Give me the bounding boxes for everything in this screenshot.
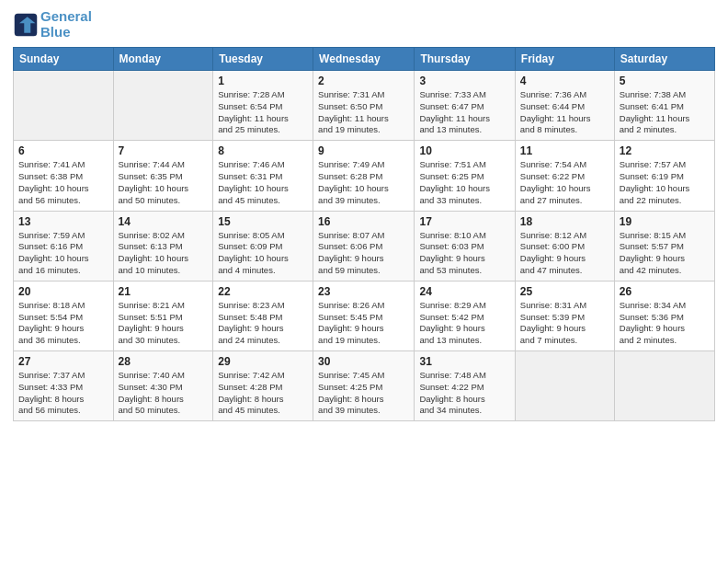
col-header-thursday: Thursday [415,48,515,71]
day-number: 19 [620,215,710,228]
day-info: Sunrise: 8:10 AM Sunset: 6:03 PM Dayligh… [419,230,509,277]
day-number: 29 [218,355,308,368]
day-number: 5 [620,75,710,87]
calendar-week-row: 6Sunrise: 7:41 AM Sunset: 6:38 PM Daylig… [14,141,715,211]
calendar-cell: 9Sunrise: 7:49 AM Sunset: 6:28 PM Daylig… [313,141,415,211]
day-info: Sunrise: 8:15 AM Sunset: 5:57 PM Dayligh… [620,230,710,277]
calendar-cell: 5Sunrise: 7:38 AM Sunset: 6:41 PM Daylig… [614,71,714,141]
calendar-week-row: 27Sunrise: 7:37 AM Sunset: 4:33 PM Dayli… [14,351,715,421]
day-info: Sunrise: 7:33 AM Sunset: 6:47 PM Dayligh… [419,89,509,136]
calendar-cell [614,351,714,421]
day-info: Sunrise: 8:31 AM Sunset: 5:39 PM Dayligh… [520,300,609,347]
day-info: Sunrise: 8:05 AM Sunset: 6:09 PM Dayligh… [218,230,308,277]
col-header-monday: Monday [113,48,213,71]
day-info: Sunrise: 7:41 AM Sunset: 6:38 PM Dayligh… [18,159,108,206]
day-number: 20 [18,285,108,298]
calendar-cell: 6Sunrise: 7:41 AM Sunset: 6:38 PM Daylig… [14,141,114,211]
day-info: Sunrise: 7:31 AM Sunset: 6:50 PM Dayligh… [318,89,409,136]
calendar-cell: 25Sunrise: 8:31 AM Sunset: 5:39 PM Dayli… [515,281,614,350]
day-info: Sunrise: 7:59 AM Sunset: 6:16 PM Dayligh… [18,230,108,277]
day-number: 6 [18,144,108,157]
calendar-cell: 23Sunrise: 8:26 AM Sunset: 5:45 PM Dayli… [313,281,415,350]
header: General Blue [13,9,715,40]
calendar-table: SundayMondayTuesdayWednesdayThursdayFrid… [13,47,715,421]
day-info: Sunrise: 7:45 AM Sunset: 4:25 PM Dayligh… [318,370,409,417]
calendar-cell: 30Sunrise: 7:45 AM Sunset: 4:25 PM Dayli… [313,351,415,421]
calendar-header-row: SundayMondayTuesdayWednesdayThursdayFrid… [14,48,715,71]
calendar-cell: 17Sunrise: 8:10 AM Sunset: 6:03 PM Dayli… [415,211,515,281]
day-number: 27 [18,355,108,368]
day-info: Sunrise: 7:48 AM Sunset: 4:22 PM Dayligh… [419,370,509,417]
calendar-cell: 4Sunrise: 7:36 AM Sunset: 6:44 PM Daylig… [515,71,614,141]
calendar-cell: 14Sunrise: 8:02 AM Sunset: 6:13 PM Dayli… [113,211,213,281]
day-info: Sunrise: 8:21 AM Sunset: 5:51 PM Dayligh… [119,300,209,347]
day-info: Sunrise: 7:38 AM Sunset: 6:41 PM Dayligh… [620,89,710,136]
day-number: 22 [218,285,308,298]
calendar-cell: 20Sunrise: 8:18 AM Sunset: 5:54 PM Dayli… [14,281,114,350]
calendar-cell: 22Sunrise: 8:23 AM Sunset: 5:48 PM Dayli… [213,281,313,350]
col-header-wednesday: Wednesday [313,48,415,71]
day-info: Sunrise: 7:37 AM Sunset: 4:33 PM Dayligh… [18,370,108,417]
day-info: Sunrise: 7:46 AM Sunset: 6:31 PM Dayligh… [218,159,308,206]
day-info: Sunrise: 7:44 AM Sunset: 6:35 PM Dayligh… [119,159,209,206]
calendar-cell: 18Sunrise: 8:12 AM Sunset: 6:00 PM Dayli… [515,211,614,281]
day-number: 23 [318,285,409,298]
day-info: Sunrise: 7:28 AM Sunset: 6:54 PM Dayligh… [218,89,308,136]
logo-icon [13,12,39,38]
calendar-week-row: 20Sunrise: 8:18 AM Sunset: 5:54 PM Dayli… [14,281,715,350]
day-number: 9 [318,144,409,157]
calendar-cell: 2Sunrise: 7:31 AM Sunset: 6:50 PM Daylig… [313,71,415,141]
calendar-cell: 11Sunrise: 7:54 AM Sunset: 6:22 PM Dayli… [515,141,614,211]
day-number: 12 [620,144,710,157]
calendar-cell: 3Sunrise: 7:33 AM Sunset: 6:47 PM Daylig… [415,71,515,141]
calendar-cell: 29Sunrise: 7:42 AM Sunset: 4:28 PM Dayli… [213,351,313,421]
day-info: Sunrise: 7:57 AM Sunset: 6:19 PM Dayligh… [620,159,710,206]
day-info: Sunrise: 8:23 AM Sunset: 5:48 PM Dayligh… [218,300,308,347]
day-number: 3 [419,75,509,87]
col-header-saturday: Saturday [614,48,714,71]
day-number: 13 [18,215,108,228]
calendar-cell: 28Sunrise: 7:40 AM Sunset: 4:30 PM Dayli… [113,351,213,421]
page: General Blue SundayMondayTuesdayWednesda… [0,0,728,563]
day-number: 14 [119,215,209,228]
calendar-cell: 12Sunrise: 7:57 AM Sunset: 6:19 PM Dayli… [614,141,714,211]
calendar-cell: 16Sunrise: 8:07 AM Sunset: 6:06 PM Dayli… [313,211,415,281]
day-number: 2 [318,75,409,87]
calendar-cell: 7Sunrise: 7:44 AM Sunset: 6:35 PM Daylig… [113,141,213,211]
day-number: 30 [318,355,409,368]
day-number: 31 [419,355,509,368]
day-number: 25 [520,285,609,298]
day-number: 26 [620,285,710,298]
calendar-cell: 8Sunrise: 7:46 AM Sunset: 6:31 PM Daylig… [213,141,313,211]
day-number: 24 [419,285,509,298]
day-info: Sunrise: 8:12 AM Sunset: 6:00 PM Dayligh… [520,230,609,277]
day-info: Sunrise: 7:42 AM Sunset: 4:28 PM Dayligh… [218,370,308,417]
day-info: Sunrise: 8:26 AM Sunset: 5:45 PM Dayligh… [318,300,409,347]
col-header-friday: Friday [515,48,614,71]
day-info: Sunrise: 8:07 AM Sunset: 6:06 PM Dayligh… [318,230,409,277]
calendar-cell [515,351,614,421]
calendar-cell: 31Sunrise: 7:48 AM Sunset: 4:22 PM Dayli… [415,351,515,421]
calendar-cell: 27Sunrise: 7:37 AM Sunset: 4:33 PM Dayli… [14,351,114,421]
calendar-cell: 19Sunrise: 8:15 AM Sunset: 5:57 PM Dayli… [614,211,714,281]
col-header-tuesday: Tuesday [213,48,313,71]
day-info: Sunrise: 7:51 AM Sunset: 6:25 PM Dayligh… [419,159,509,206]
logo-text: General Blue [40,9,92,40]
calendar-cell: 15Sunrise: 8:05 AM Sunset: 6:09 PM Dayli… [213,211,313,281]
calendar-week-row: 13Sunrise: 7:59 AM Sunset: 6:16 PM Dayli… [14,211,715,281]
day-info: Sunrise: 8:02 AM Sunset: 6:13 PM Dayligh… [119,230,209,277]
day-info: Sunrise: 7:49 AM Sunset: 6:28 PM Dayligh… [318,159,409,206]
calendar-cell: 26Sunrise: 8:34 AM Sunset: 5:36 PM Dayli… [614,281,714,350]
calendar-cell [14,71,114,141]
day-number: 28 [119,355,209,368]
day-info: Sunrise: 7:54 AM Sunset: 6:22 PM Dayligh… [520,159,609,206]
day-number: 11 [520,144,609,157]
col-header-sunday: Sunday [14,48,114,71]
calendar-cell: 1Sunrise: 7:28 AM Sunset: 6:54 PM Daylig… [213,71,313,141]
calendar-cell [113,71,213,141]
day-number: 18 [520,215,609,228]
day-info: Sunrise: 7:36 AM Sunset: 6:44 PM Dayligh… [520,89,609,136]
day-number: 4 [520,75,609,87]
calendar-cell: 13Sunrise: 7:59 AM Sunset: 6:16 PM Dayli… [14,211,114,281]
day-number: 21 [119,285,209,298]
